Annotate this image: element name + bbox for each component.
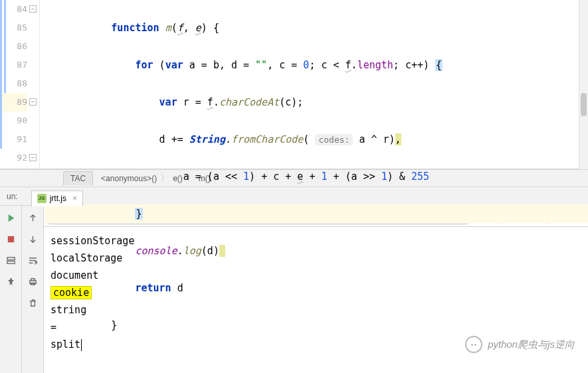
gutter-87: 87 bbox=[0, 56, 27, 74]
fold-icon[interactable]: − bbox=[29, 154, 37, 161]
gutter-85: 85 bbox=[0, 19, 27, 37]
gutter-92: 92− bbox=[0, 149, 27, 167]
gutter-89: 89− bbox=[0, 93, 27, 112]
gutter-88: 88 bbox=[0, 74, 27, 93]
watermark-text: python爬虫与js逆向 bbox=[488, 338, 575, 351]
gutter-86: 86 bbox=[0, 37, 27, 56]
rerun-button[interactable] bbox=[4, 211, 17, 224]
gutter-90: 90 bbox=[0, 112, 27, 130]
pin-button[interactable] bbox=[4, 275, 17, 288]
run-label: un: bbox=[7, 192, 18, 201]
gutter-91: 91 bbox=[0, 130, 27, 149]
up-button[interactable] bbox=[26, 211, 39, 224]
wrap-button[interactable] bbox=[26, 254, 39, 267]
down-button[interactable] bbox=[26, 232, 39, 246]
run-tab[interactable]: JS jrtt.js × bbox=[31, 190, 83, 206]
line-gutter: 84− 85 86 87 88 89− 90 91 92− bbox=[0, 0, 40, 169]
layout-button[interactable] bbox=[4, 254, 17, 267]
run-tab-label: jrtt.js bbox=[50, 194, 66, 203]
code-line-88[interactable]: a = (a << 1) + c + e + 1 + (a >> 1) & 25… bbox=[45, 167, 588, 186]
close-icon[interactable]: × bbox=[72, 194, 77, 203]
svg-rect-0 bbox=[7, 236, 13, 242]
clear-button[interactable] bbox=[26, 296, 39, 309]
js-icon: JS bbox=[37, 194, 47, 203]
fold-icon[interactable]: − bbox=[29, 5, 37, 13]
code-line-85[interactable]: for (var a = b, d = "", c = 0; c < f.len… bbox=[45, 56, 588, 74]
code-line-84[interactable]: function m(f, e) { bbox=[45, 19, 588, 37]
wechat-icon bbox=[465, 336, 482, 353]
code-line-89[interactable]: } bbox=[45, 204, 588, 223]
run-toolbar-left bbox=[0, 206, 22, 373]
scrollbar-thumb[interactable] bbox=[581, 93, 587, 116]
code-line-90[interactable]: console.log(d) bbox=[45, 242, 588, 260]
svg-rect-4 bbox=[31, 278, 35, 280]
watermark: python爬虫与js逆向 bbox=[465, 336, 575, 353]
code-editor[interactable]: 84− 85 86 87 88 89− 90 91 92− function m… bbox=[0, 0, 588, 169]
gutter-84: 84− bbox=[0, 0, 27, 19]
editor-scrollbar[interactable] bbox=[579, 0, 588, 169]
code-content[interactable]: function m(f, e) { for (var a = b, d = "… bbox=[40, 0, 588, 169]
code-line-91[interactable]: return d bbox=[45, 279, 588, 297]
stop-button[interactable] bbox=[4, 232, 17, 246]
code-line-87[interactable]: d += String.fromCharCode( codes: a ^ r), bbox=[45, 130, 588, 149]
code-line-92[interactable]: } bbox=[45, 316, 588, 335]
print-button[interactable] bbox=[26, 275, 39, 288]
svg-rect-2 bbox=[7, 261, 14, 263]
fold-icon[interactable]: − bbox=[29, 98, 37, 106]
param-hint: codes: bbox=[315, 134, 353, 145]
run-toolbar-right bbox=[22, 206, 44, 373]
svg-rect-1 bbox=[7, 257, 14, 260]
code-line-86[interactable]: var r = f.charCodeAt(c); bbox=[45, 93, 588, 112]
